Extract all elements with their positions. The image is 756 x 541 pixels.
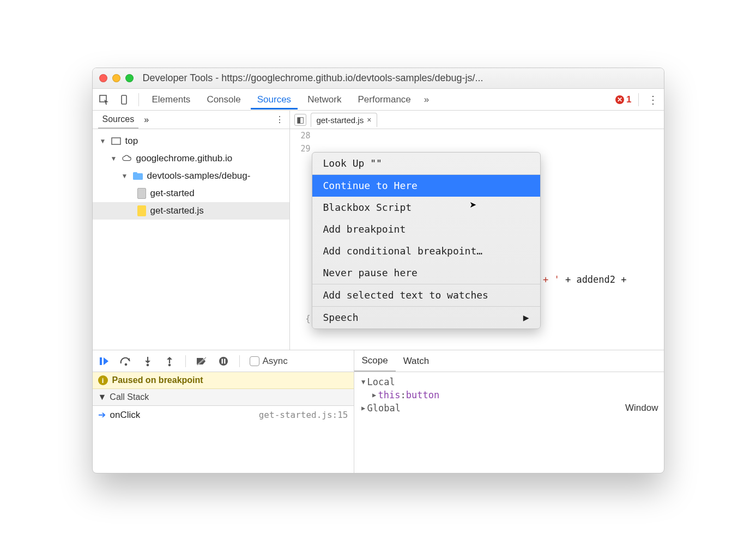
folder-icon (133, 171, 143, 181)
scope-body[interactable]: ▼ Local ▶ this: button ▶ Global Window (354, 372, 664, 473)
tree-label: devtools-samples/debug- (147, 171, 251, 181)
error-icon: ✕ (615, 95, 624, 104)
tree-label: googlechrome.github.io (136, 153, 233, 164)
svg-point-8 (168, 363, 171, 366)
scope-this[interactable]: ▶ this: button (360, 388, 658, 402)
scope-this-val: button (406, 390, 439, 400)
window-titlebar: Developer Tools - https://googlechrome.g… (93, 68, 664, 89)
tree-folder[interactable]: ▼ devtools-samples/debug- (93, 167, 289, 185)
frame-location[interactable]: get-started.js:15 (259, 410, 348, 420)
debug-left-pane: Async i Paused on breakpoint ▼ Call Stac… (93, 350, 354, 473)
separator (239, 355, 240, 367)
tab-console[interactable]: Console (200, 90, 247, 110)
disclosure-icon[interactable]: ▼ (110, 155, 118, 162)
devtools-window: Developer Tools - https://googlechrome.g… (92, 68, 664, 473)
async-checkbox[interactable]: Async (250, 356, 288, 367)
svg-rect-12 (221, 358, 222, 363)
step-into-button[interactable] (142, 355, 154, 367)
disclosure-icon[interactable]: ▼ (360, 378, 367, 386)
editor-header: ◧ get-started.js × (290, 111, 664, 129)
disclosure-icon[interactable]: ▼ (121, 172, 129, 180)
paused-text: Paused on breakpoint (112, 375, 203, 385)
window-zoom-button[interactable] (125, 74, 134, 82)
tab-elements[interactable]: Elements (146, 90, 197, 110)
callstack-frame[interactable]: ➔ onClick get-started.js:15 (93, 406, 354, 424)
cloud-icon (122, 154, 132, 163)
ctx-speech[interactable]: Speech ▶ (312, 307, 540, 329)
ctx-look-up[interactable]: Look Up "" (312, 153, 540, 174)
deactivate-breakpoints-button[interactable] (196, 355, 208, 367)
tabs-overflow-button[interactable]: » (421, 90, 432, 110)
callstack-label: Call Stack (110, 392, 149, 402)
separator (638, 93, 639, 106)
svg-rect-5 (100, 357, 102, 365)
resume-button[interactable] (98, 355, 110, 367)
tab-network[interactable]: Network (301, 90, 348, 110)
scope-global-label: Global (367, 403, 401, 414)
tree-origin[interactable]: ▼ googlechrome.github.io (93, 150, 289, 167)
ctx-add-breakpoint[interactable]: Add breakpoint (312, 218, 540, 240)
tree-file-js[interactable]: get-started.js (93, 202, 289, 220)
toggle-navigator-button[interactable]: ◧ (294, 114, 306, 126)
ctx-add-to-watches[interactable]: Add selected text to watches (312, 284, 540, 306)
frame-name: onClick (110, 410, 141, 421)
svg-rect-2 (112, 138, 120, 144)
editor-pane: ◧ get-started.js × 28 29 { function upda… (290, 111, 664, 350)
window-title: Developer Tools - https://googlechrome.g… (143, 72, 657, 84)
tab-scope[interactable]: Scope (354, 351, 396, 372)
scope-this-key: this (378, 390, 401, 400)
disclosure-icon[interactable]: ▼ (98, 392, 107, 402)
file-icon (137, 188, 146, 199)
scope-header: Scope Watch (354, 350, 664, 372)
debug-toolbar: Async (93, 350, 354, 372)
error-count-badge[interactable]: ✕ 1 (615, 94, 631, 105)
tab-watch[interactable]: Watch (396, 351, 437, 371)
inspect-element-icon[interactable] (96, 92, 112, 108)
ctx-continue-to-here[interactable]: Continue to Here (312, 175, 540, 197)
window-minimize-button[interactable] (112, 74, 120, 82)
scope-global[interactable]: ▶ Global Window (360, 402, 658, 415)
editor-tab-label: get-started.js (317, 116, 364, 125)
svg-point-6 (124, 363, 127, 366)
scope-local[interactable]: ▼ Local (360, 375, 658, 388)
editor-tab[interactable]: get-started.js × (311, 113, 378, 127)
submenu-arrow-icon: ▶ (523, 311, 529, 324)
navigator-menu[interactable]: ⋮ (275, 114, 284, 125)
file-tree[interactable]: ▼ top ▼ googlechrome.github.io ▼ devtool… (93, 129, 289, 350)
scope-local-label: Local (367, 376, 395, 387)
checkbox-icon (250, 356, 259, 366)
async-label: Async (263, 356, 288, 367)
callstack-header[interactable]: ▼ Call Stack (93, 389, 354, 406)
toggle-device-icon[interactable] (116, 92, 132, 108)
ctx-blackbox-script[interactable]: Blackbox Script (312, 197, 540, 218)
navigator-tab-sources[interactable]: Sources (98, 111, 139, 129)
disclosure-icon[interactable]: ▶ (371, 391, 378, 399)
step-out-button[interactable] (164, 355, 176, 367)
debugger-lower: Async i Paused on breakpoint ▼ Call Stac… (93, 350, 664, 473)
window-close-button[interactable] (99, 74, 107, 82)
devtools-tabstrip: Elements Console Sources Network Perform… (93, 89, 664, 111)
disclosure-icon[interactable]: ▶ (360, 404, 367, 412)
svg-point-11 (219, 357, 228, 366)
js-file-icon (137, 205, 146, 216)
tab-sources[interactable]: Sources (251, 90, 298, 110)
tree-label: get-started (150, 188, 195, 199)
close-tab-icon[interactable]: × (367, 116, 371, 124)
tree-frame-top[interactable]: ▼ top (93, 132, 289, 150)
pause-on-exceptions-button[interactable] (217, 355, 229, 367)
devtools-menu-button[interactable]: ⋮ (645, 92, 661, 107)
current-frame-icon: ➔ (98, 409, 106, 421)
code-editor[interactable]: 28 29 { function updateLabel() { var add… (290, 129, 664, 350)
svg-point-7 (146, 363, 149, 366)
ctx-never-pause-here[interactable]: Never pause here (312, 262, 540, 284)
separator (185, 355, 186, 367)
info-icon: i (98, 375, 108, 385)
navigator-overflow[interactable]: » (141, 112, 152, 128)
tab-performance[interactable]: Performance (351, 90, 417, 110)
ctx-add-conditional-breakpoint[interactable]: Add conditional breakpoint… (312, 240, 540, 262)
disclosure-icon[interactable]: ▼ (99, 137, 107, 145)
context-menu: Look Up "" Continue to Here Blackbox Scr… (312, 152, 541, 329)
step-over-button[interactable] (120, 355, 132, 367)
frame-icon (111, 136, 121, 146)
tree-file-html[interactable]: get-started (93, 185, 289, 202)
